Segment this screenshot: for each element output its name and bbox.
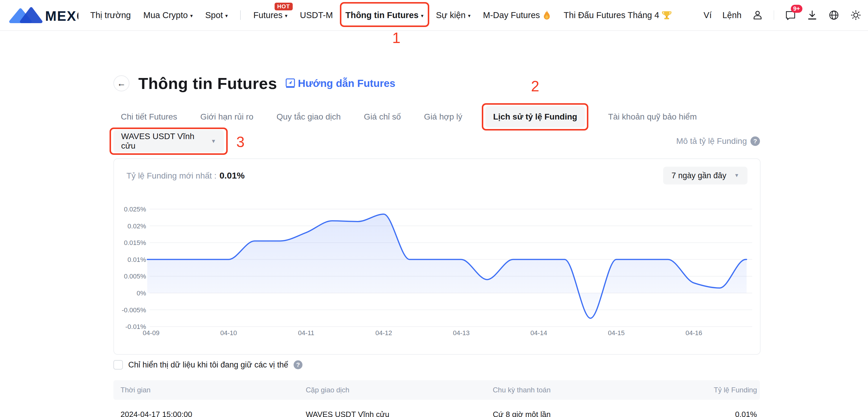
tab-futures-details[interactable]: Chi tiết Futures (121, 112, 177, 121)
tab-insurance-fund[interactable]: Tài khoản quỹ bảo hiểm (608, 112, 697, 121)
filter-row: WAVES USDT Vĩnh cửu ▼ 3 Mô tả tỷ lệ Fund… (114, 128, 760, 155)
chevron-down-icon: ▾ (225, 13, 228, 19)
table-header-row: Thời gian Cặp giao dịch Chu kỳ thanh toá… (114, 380, 760, 400)
positions-only-checkbox[interactable] (114, 360, 123, 370)
nav-market[interactable]: Thị trường (90, 0, 131, 31)
back-button[interactable]: ← (114, 75, 129, 91)
chevron-down-icon: ▾ (468, 13, 470, 19)
funding-history-table: Thời gian Cặp giao dịch Chu kỳ thanh toá… (114, 380, 760, 417)
nav-spot[interactable]: Spot▾ (205, 0, 228, 31)
nav-futures-info[interactable]: Thông tin Futures▾ 1 (345, 0, 423, 31)
col-header-time: Thời gian (114, 386, 299, 394)
guide-book-icon (285, 78, 296, 89)
annotation-number-2: 2 (531, 78, 539, 95)
mexc-logo-mark: MEXC (8, 6, 79, 25)
svg-text:04-10: 04-10 (220, 329, 237, 337)
latest-funding-rate: Tỷ lệ Funding mới nhất : 0.01% (126, 171, 245, 181)
svg-text:04-13: 04-13 (453, 329, 470, 337)
back-arrow-icon: ← (117, 78, 126, 89)
positions-filter-row: Chỉ hiển thị dữ liệu khi tôi đang giữ cá… (114, 360, 303, 370)
cell-cycle: Cứ 8 giờ một lần (486, 410, 682, 417)
orders-link[interactable]: Lệnh (722, 10, 742, 20)
chevron-down-icon: ▼ (211, 138, 216, 144)
hot-badge: HOT (275, 3, 293, 10)
tab-trading-rules[interactable]: Quy tắc giao dịch (277, 112, 341, 121)
contract-select-dropdown[interactable]: WAVES USDT Vĩnh cửu ▼ 3 (114, 130, 224, 152)
nav-divider (240, 10, 241, 20)
tab-index-price[interactable]: Giá chỉ số (364, 112, 401, 121)
svg-text:0%: 0% (136, 289, 146, 297)
chevron-down-icon: ▼ (734, 173, 739, 178)
funding-rate-chart-card: Tỷ lệ Funding mới nhất : 0.01% 7 ngày gầ… (114, 159, 761, 355)
nav-futures-competition[interactable]: Thi Đấu Futures Tháng 4 (564, 0, 672, 31)
date-range-dropdown[interactable]: 7 ngày gần đây ▼ (663, 167, 747, 184)
funding-rate-description-link[interactable]: Mô tả tỷ lệ Funding ? (676, 136, 760, 146)
theme-toggle-icon[interactable] (850, 9, 862, 21)
cell-pair: WAVES USDT Vĩnh cửu (299, 410, 486, 417)
svg-text:04-16: 04-16 (685, 329, 702, 337)
profile-icon[interactable] (752, 10, 763, 21)
page-header: ← Thông tin Futures Hướng dẫn Futures (114, 74, 395, 93)
svg-text:04-15: 04-15 (608, 329, 625, 337)
tab-funding-rate-history[interactable]: Lịch sử tỷ lệ Funding 2 (485, 106, 585, 128)
mexc-logo[interactable]: MEXC (8, 6, 79, 25)
col-header-rate: Tỷ lệ Funding (682, 386, 760, 394)
funding-rate-area-chart[interactable]: 0.025%0.02%0.015%0.01%0.005%0%-0.005%-0.… (114, 196, 761, 348)
nav-mday-futures[interactable]: M-Day Futures (483, 0, 551, 31)
notification-count-badge: 9+ (791, 5, 802, 13)
nav-divider (774, 10, 774, 20)
svg-text:0.02%: 0.02% (128, 222, 146, 230)
main-nav: Thị trường Mua Crypto▾ Spot▾ HOT Futures… (90, 0, 672, 31)
col-header-pair: Cặp giao dịch (299, 386, 486, 394)
annotation-number-3: 3 (236, 134, 245, 151)
messages-icon[interactable]: 9+ (785, 9, 796, 21)
chevron-down-icon: ▾ (421, 13, 424, 19)
tab-fair-price[interactable]: Giá hợp lý (424, 112, 462, 121)
question-mark-icon: ? (293, 360, 303, 369)
annotation-number-1: 1 (392, 29, 400, 46)
nav-futures[interactable]: HOT Futures▾ (253, 0, 287, 31)
svg-text:04-12: 04-12 (375, 329, 392, 337)
download-app-icon[interactable] (807, 10, 817, 21)
chevron-down-icon: ▾ (190, 13, 193, 19)
svg-text:04-14: 04-14 (530, 329, 547, 337)
nav-events[interactable]: Sự kiện▾ (436, 0, 470, 31)
question-mark-icon: ? (750, 136, 760, 146)
cell-time: 2024-04-17 15:00:00 (114, 410, 299, 417)
latest-funding-rate-value: 0.01% (219, 171, 245, 181)
wallet-link[interactable]: Ví (704, 10, 712, 20)
trophy-icon (662, 10, 672, 20)
svg-text:-0.005%: -0.005% (122, 306, 146, 314)
svg-text:04-09: 04-09 (143, 329, 159, 337)
chart-card-header: Tỷ lệ Funding mới nhất : 0.01% 7 ngày gầ… (114, 159, 760, 192)
svg-text:0.005%: 0.005% (124, 273, 146, 280)
language-globe-icon[interactable] (828, 9, 839, 21)
futures-guide-link[interactable]: Hướng dẫn Futures (285, 77, 395, 89)
tab-risk-limit[interactable]: Giới hạn rủi ro (200, 112, 253, 121)
nav-buy-crypto[interactable]: Mua Crypto▾ (144, 0, 193, 31)
col-header-cycle: Chu kỳ thanh toán (486, 386, 682, 394)
cell-rate: 0.01% (682, 410, 760, 417)
futures-info-tabs: Chi tiết Futures Giới hạn rủi ro Quy tắc… (114, 103, 697, 131)
svg-text:0.025%: 0.025% (124, 206, 146, 213)
nav-usdt-m[interactable]: USDT-M (300, 0, 333, 31)
top-navbar: MEXC Thị trường Mua Crypto▾ Spot▾ HOT Fu… (0, 0, 868, 31)
svg-text:04-11: 04-11 (298, 329, 314, 337)
svg-text:0.01%: 0.01% (128, 256, 146, 264)
page-title: Thông tin Futures (138, 74, 277, 93)
navbar-right: Ví Lệnh 9+ (704, 9, 862, 21)
flame-icon (542, 10, 551, 21)
svg-text:MEXC: MEXC (45, 8, 79, 24)
chevron-down-icon: ▾ (285, 13, 288, 19)
table-row[interactable]: 2024-04-17 15:00:00 WAVES USDT Vĩnh cửu … (114, 400, 760, 417)
positions-filter-label: Chỉ hiển thị dữ liệu khi tôi đang giữ cá… (128, 360, 288, 370)
svg-text:0.015%: 0.015% (124, 239, 146, 246)
